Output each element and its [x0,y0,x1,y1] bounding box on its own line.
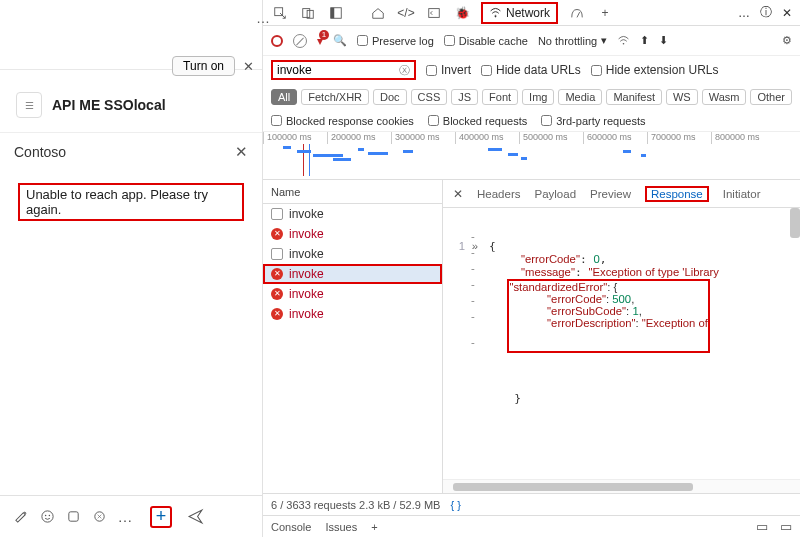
request-row[interactable]: ✕invoke [263,304,442,324]
drawer-errors-icon[interactable]: ▭ [756,519,768,534]
network-conditions-icon[interactable] [617,34,630,47]
send-icon[interactable] [184,506,206,528]
response-body[interactable]: 1 » { - "errorCode": 0, - "message": "Ex… [443,208,800,479]
device-icon[interactable] [299,6,317,20]
record-button[interactable] [271,35,283,47]
request-failed-icon: ✕ [271,268,283,280]
type-pill[interactable]: Media [558,89,602,105]
close-sidebar-icon[interactable]: ✕ [453,187,463,201]
disable-cache-checkbox[interactable]: Disable cache [444,35,528,47]
drawer: Console Issues + ▭ ▭ [263,515,800,537]
error-message: Unable to reach app. Please try again. [18,183,244,221]
request-failed-icon: ✕ [271,228,283,240]
scrollbar-horizontal-track [443,479,800,493]
scrollbar-vertical[interactable] [790,208,800,238]
more-compose-icon[interactable]: … [114,506,136,528]
chat-pane: … Turn on ✕ ☰ API ME SSOlocal Contoso ✕ … [0,0,263,537]
type-pill[interactable]: Other [750,89,792,105]
request-failed-icon: ✕ [271,288,283,300]
svg-rect-10 [429,8,440,17]
help-icon[interactable]: ⓘ [760,4,772,21]
tab-preview[interactable]: Preview [590,188,631,200]
performance-tab-icon[interactable] [568,6,586,20]
turn-on-button[interactable]: Turn on [172,56,235,76]
type-pill[interactable]: JS [451,89,478,105]
request-row[interactable]: invoke [263,244,442,264]
format-icon[interactable] [10,506,32,528]
filter-input-box: ⓧ [271,60,416,80]
type-pill[interactable]: WS [666,89,698,105]
scrollbar-horizontal[interactable] [453,483,693,491]
throttling-select[interactable]: No throttling ▾ [538,34,607,47]
type-pill[interactable]: Manifest [606,89,662,105]
card-header: Contoso ✕ [0,133,262,171]
request-blocked-icon [271,248,283,260]
blocked-row: Blocked response cookies Blocked request… [263,110,800,132]
card-title: Contoso [14,144,66,160]
welcome-tab-icon[interactable] [369,6,387,20]
drawer-tab-issues[interactable]: Issues [325,521,357,533]
sources-tab-icon[interactable]: 🐞 [453,6,471,20]
close-devtools-icon[interactable]: ✕ [782,6,792,20]
export-har-icon[interactable]: ⬇ [659,34,668,47]
filter-toggle-icon[interactable]: ▾1 [317,34,323,48]
svg-point-2 [48,515,50,517]
filter-input[interactable] [277,63,399,77]
more-tools-icon[interactable]: … [738,6,750,20]
hide-ext-urls-checkbox[interactable]: Hide extension URLs [591,63,719,77]
filter-clear-icon[interactable]: ⓧ [399,63,410,78]
preserve-log-checkbox[interactable]: Preserve log [357,35,434,47]
request-row[interactable]: ✕invoke [263,284,442,304]
clear-button[interactable] [293,34,307,48]
card-close-icon[interactable]: ✕ [235,143,248,161]
import-har-icon[interactable]: ⬆ [640,34,649,47]
response-tabs: ✕ Headers Payload Preview Response Initi… [443,180,800,208]
add-extension-button[interactable]: + [150,506,172,528]
type-pill[interactable]: Fetch/XHR [301,89,369,105]
inspect-icon[interactable] [271,6,289,20]
type-pill[interactable]: Font [482,89,518,105]
response-pane: ✕ Headers Payload Preview Response Initi… [443,180,800,493]
type-pill[interactable]: Doc [373,89,407,105]
console-tab-icon[interactable] [425,6,443,20]
request-row-selected[interactable]: ✕invoke [263,264,442,284]
drawer-tab-console[interactable]: Console [271,521,311,533]
compose-toolbar: … + [0,495,262,537]
type-pill[interactable]: CSS [411,89,448,105]
network-tab[interactable]: Network [481,2,558,24]
request-row[interactable]: ✕invoke [263,224,442,244]
type-pill[interactable]: Img [522,89,554,105]
tab-payload[interactable]: Payload [534,188,576,200]
thirdparty-checkbox[interactable]: 3rd-party requests [541,115,645,127]
elements-tab-icon[interactable]: </> [397,6,415,20]
network-tab-label: Network [506,6,550,20]
svg-point-1 [44,515,46,517]
settings-icon[interactable]: ⚙ [782,34,792,47]
pretty-print-icon[interactable]: { } [450,499,460,511]
subject-title: API ME SSOlocal [52,97,166,113]
invert-checkbox[interactable]: Invert [426,63,471,77]
hide-data-urls-checkbox[interactable]: Hide data URLs [481,63,581,77]
more-options-icon[interactable]: … [256,10,271,26]
giphy-icon[interactable] [62,506,84,528]
svg-point-12 [623,43,625,45]
tab-headers[interactable]: Headers [477,188,520,200]
blocked-requests-checkbox[interactable]: Blocked requests [428,115,527,127]
emoji-icon[interactable] [36,506,58,528]
search-icon[interactable]: 🔍 [333,34,347,47]
svg-point-0 [41,511,52,522]
overview-waterfall[interactable]: 100000 ms 200000 ms 300000 ms 400000 ms … [263,132,800,180]
tab-initiator[interactable]: Initiator [723,188,761,200]
add-tab-icon[interactable]: + [596,6,614,20]
request-row[interactable]: invoke [263,204,442,224]
request-list-header: Name [263,180,442,204]
blocked-cookies-checkbox[interactable]: Blocked response cookies [271,115,414,127]
type-pill-all[interactable]: All [271,89,297,105]
drawer-collapse-icon[interactable]: ▭ [780,519,792,534]
type-pill[interactable]: Wasm [702,89,747,105]
dock-icon[interactable] [327,6,345,20]
drawer-add-icon[interactable]: + [371,521,377,533]
sticker-icon[interactable] [88,506,110,528]
tab-response[interactable]: Response [645,186,709,202]
close-header-icon[interactable]: ✕ [243,59,254,74]
